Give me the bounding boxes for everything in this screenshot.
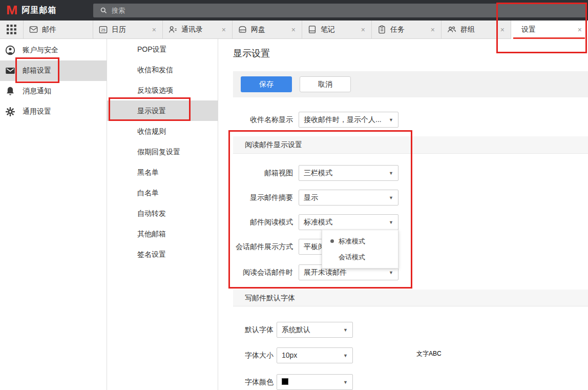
display-settings-panel: 显示设置 保存 取消 收件名称显示 接收邮件时，显示个人... ▼ 阅读邮件显示… [218, 39, 588, 390]
tab-settings[interactable]: 设置 × [511, 20, 588, 39]
sidebar-item-mail-settings[interactable]: 邮箱设置 [0, 60, 107, 81]
settings-sidebar: 账户与安全 邮箱设置 消息通知 通用设置 [0, 39, 107, 390]
close-icon[interactable]: × [499, 26, 506, 34]
nav-item-signature[interactable]: 签名设置 [107, 244, 218, 264]
tab-label: 通讯录 [181, 25, 203, 34]
font-color-select[interactable]: ▼ [277, 374, 353, 390]
tab-label: 群组 [460, 25, 475, 34]
field-label: 会话邮件展示方式 [218, 239, 293, 255]
sidebar-item-account-security[interactable]: 账户与安全 [0, 40, 107, 60]
field-label: 默认字体 [245, 322, 274, 338]
color-swatch [282, 378, 288, 385]
sidebar-item-general-settings[interactable]: 通用设置 [0, 101, 107, 122]
chevron-down-icon: ▼ [343, 348, 348, 363]
menu-item-conversation-mode[interactable]: 会话模式 [322, 249, 398, 265]
app-grid-button[interactable] [0, 20, 24, 38]
chevron-down-icon: ▼ [343, 375, 348, 390]
radio-selected-icon [330, 239, 334, 243]
tab-label: 任务 [390, 25, 405, 34]
close-icon[interactable]: × [221, 26, 227, 34]
save-button[interactable]: 保存 [241, 76, 292, 92]
tabbar: 邮件 25 日历 × 通讯录 × 网盘 × 笔 [0, 20, 588, 39]
app-window: M 阿里邮箱 搜索 邮件 25 日历 × [0, 0, 588, 390]
field-label: 阅读会话邮件时 [218, 264, 293, 280]
close-icon[interactable]: × [430, 26, 436, 34]
search-placeholder: 搜索 [112, 6, 125, 15]
brand-logo[interactable]: M 阿里邮箱 [6, 0, 57, 20]
mail-read-mode-row: 邮件阅读模式 标准模式 ▼ [218, 214, 588, 230]
field-label: 字体大小 [245, 347, 274, 363]
nav-item-auto-forward[interactable]: 自动转发 [107, 203, 218, 223]
mail-settings-nav: POP设置 收信和发信 反垃圾选项 显示设置 收信规则 假期回复设置 黑名单 白… [107, 39, 218, 390]
tab-drive[interactable]: 网盘 × [233, 20, 302, 38]
page-title: 显示设置 [233, 47, 270, 59]
tab-groups[interactable]: 群组 × [442, 20, 511, 38]
nav-item-antispam[interactable]: 反垃圾选项 [107, 80, 218, 100]
tab-label: 日历 [112, 25, 126, 34]
tab-calendar[interactable]: 25 日历 × [93, 20, 163, 38]
brand-m-icon: M [6, 1, 17, 20]
chevron-down-icon: ▼ [389, 112, 393, 128]
read-conversation-row: 阅读会话邮件时 展开未读邮件 ▼ [218, 264, 588, 280]
chevron-down-icon: ▼ [389, 166, 393, 181]
mail-summary-row: 显示邮件摘要 显示 ▼ [218, 190, 588, 206]
nav-item-whitelist[interactable]: 白名单 [107, 182, 218, 203]
groups-icon [447, 25, 457, 34]
tab-contacts[interactable]: 通讯录 × [163, 20, 233, 38]
font-size-select[interactable]: 10px ▼ [277, 347, 353, 363]
svg-text:25: 25 [101, 28, 105, 32]
nav-item-send-receive[interactable]: 收信和发信 [107, 59, 218, 80]
nav-item-blacklist[interactable]: 黑名单 [107, 162, 218, 182]
chevron-down-icon: ▼ [343, 322, 348, 338]
nav-item-other-mailbox[interactable]: 其他邮箱 [107, 223, 218, 244]
tab-mail[interactable]: 邮件 [24, 20, 93, 38]
default-font-row: 默认字体 系统默认 ▼ [218, 322, 588, 338]
brand-name: 阿里邮箱 [22, 5, 57, 16]
menu-item-standard-mode[interactable]: 标准模式 [322, 233, 398, 249]
search-icon [100, 7, 108, 14]
notes-icon [307, 25, 317, 34]
field-label: 收件名称显示 [218, 112, 293, 128]
radio-unselected-spacer [330, 255, 334, 259]
search-input[interactable]: 搜索 [93, 4, 586, 17]
close-icon[interactable]: × [360, 26, 366, 34]
recipient-name-row: 收件名称显示 接收邮件时，显示个人... ▼ [218, 112, 588, 128]
close-icon[interactable]: × [290, 26, 297, 34]
sidebar-item-label: 邮箱设置 [23, 66, 51, 75]
account-icon [5, 45, 16, 56]
mail-icon [5, 65, 16, 76]
field-label: 字体颜色 [245, 374, 274, 390]
mail-read-mode-select[interactable]: 标准模式 ▼ [299, 214, 398, 230]
gear-icon [5, 106, 16, 117]
tab-label: 邮件 [42, 25, 56, 34]
default-font-select[interactable]: 系统默认 ▼ [277, 322, 353, 338]
font-section-header: 写邮件默认字体 [233, 290, 588, 306]
read-mode-dropdown-menu: 标准模式 会话模式 [322, 230, 398, 269]
nav-item-mail-rules[interactable]: 收信规则 [107, 121, 218, 141]
close-icon[interactable]: × [151, 26, 157, 34]
nav-item-vacation-reply[interactable]: 假期回复设置 [107, 141, 218, 162]
nav-item-display-settings[interactable]: 显示设置 [107, 100, 218, 121]
tab-label: 设置 [521, 25, 536, 34]
tab-tasks[interactable]: 任务 × [372, 20, 442, 38]
font-color-row: 字体颜色 ▼ [218, 374, 588, 390]
mail-icon [29, 25, 38, 34]
font-size-row: 字体大小 10px ▼ [218, 347, 588, 363]
save-toolbar: 保存 取消 [233, 71, 588, 97]
close-icon[interactable]: × [577, 26, 583, 34]
nav-item-pop-settings[interactable]: POP设置 [107, 39, 218, 59]
mailbox-view-select[interactable]: 三栏模式 ▼ [299, 165, 398, 181]
recipient-name-select[interactable]: 接收邮件时，显示个人... ▼ [299, 112, 398, 128]
tab-label: 网盘 [251, 25, 265, 34]
contacts-icon [168, 25, 178, 34]
chevron-down-icon: ▼ [389, 215, 393, 230]
field-label: 邮件阅读模式 [218, 214, 293, 230]
cancel-button[interactable]: 取消 [300, 76, 351, 92]
drive-icon [238, 25, 247, 34]
tab-notes[interactable]: 笔记 × [302, 20, 372, 38]
sidebar-item-label: 通用设置 [23, 107, 51, 116]
tab-label: 笔记 [321, 25, 335, 34]
sidebar-item-notifications[interactable]: 消息通知 [0, 81, 107, 101]
font-preview-text: 文字ABC [416, 350, 442, 358]
mail-summary-select[interactable]: 显示 ▼ [299, 190, 398, 206]
